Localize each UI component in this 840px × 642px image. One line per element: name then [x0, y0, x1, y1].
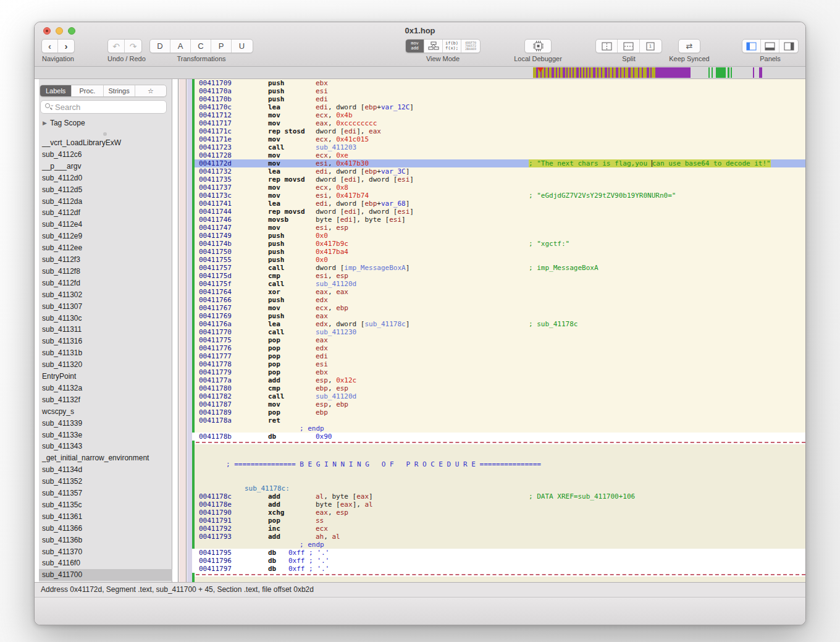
transform-u-button[interactable]: U — [232, 40, 252, 53]
disasm-row[interactable]: 00411709pushebx — [192, 79, 806, 87]
disasm-row[interactable]: 0041176aleaedx, dword [sub_41178c]; sub_… — [192, 320, 806, 328]
sidebar-item-sub_4112d0[interactable]: sub_4112d0 — [39, 172, 172, 184]
file-navigation-minimap[interactable] — [35, 67, 805, 79]
local-debugger-button[interactable] — [525, 40, 551, 53]
disasm-row[interactable]: ; endp — [192, 541, 806, 549]
disasm-row[interactable]: 00411750push0x417ba4 — [192, 248, 806, 256]
sidebar-item-sub_4112f3[interactable]: sub_4112f3 — [39, 254, 172, 266]
disasm-row[interactable]: 00411775popeax — [192, 336, 806, 344]
sidebar-item-EntryPoint[interactable]: EntryPoint — [39, 371, 172, 382]
sidebar-item-_get_initial_narrow_environment[interactable]: _get_initial_narrow_environment — [39, 452, 172, 464]
sidebar-item-sub_4112da[interactable]: sub_4112da — [39, 196, 172, 208]
disasm-row[interactable]: 00411712movecx, 0x4b — [192, 111, 806, 119]
disasm-row[interactable]: 00411777popedi — [192, 352, 806, 360]
disasm-row[interactable]: 00411797db0xff ; '.' — [192, 565, 806, 573]
search-input[interactable]: ⌄ Search — [40, 100, 167, 114]
sidebar-item-sub_41135c[interactable]: sub_41135c — [39, 499, 172, 511]
sidebar-item-sub_411302[interactable]: sub_411302 — [39, 289, 172, 301]
redo-button[interactable]: ↷ — [125, 40, 141, 53]
disasm-row[interactable]: 0041171crep stosddword [edi], eax — [192, 127, 806, 135]
nav-forward-button[interactable]: › — [58, 40, 74, 53]
disassembly-view[interactable]: 00411709pushebx0041170apushesi0041170bpu… — [192, 79, 806, 582]
disasm-row[interactable] — [192, 452, 806, 460]
panel-bottom-toggle[interactable] — [761, 40, 779, 53]
disasm-row[interactable]: 0041175fcallsub_41120d — [192, 280, 806, 288]
disasm-row[interactable]: 0041177aaddesp, 0x12c — [192, 376, 806, 384]
sidebar-item-sub_41131b[interactable]: sub_41131b — [39, 347, 172, 359]
disasm-row[interactable]: 00411766pushedx — [192, 296, 806, 304]
sidebar-scrollbar-gutter[interactable] — [173, 79, 178, 582]
sidebar-item-wcscpy_s[interactable]: wcscpy_s — [39, 406, 172, 418]
disasm-row[interactable]: 0041175dcmpesi, esp — [192, 272, 806, 280]
disasm-row[interactable] — [192, 476, 806, 484]
disasm-row[interactable]: ; =============== B E G I N N I N G O F … — [192, 460, 806, 468]
split-horizontal-button[interactable] — [618, 40, 639, 53]
disasm-row[interactable]: 00411789popebp — [192, 408, 806, 416]
sidebar-item-sub_41132a[interactable]: sub_41132a — [39, 382, 172, 394]
sidebar-item-sub_4112d5[interactable]: sub_4112d5 — [39, 184, 172, 196]
disasm-row[interactable] — [192, 444, 806, 452]
disasm-row[interactable]: 0041178aret — [192, 416, 806, 424]
panel-left-toggle[interactable] — [742, 40, 761, 53]
disasm-row[interactable]: 00411723callsub_411203 — [192, 143, 806, 151]
disasm-row[interactable]: 0041172dmovesi, 0x417b30; "The next char… — [192, 159, 806, 167]
view-mode-pseudocode-button[interactable]: if(b)f(x); — [443, 40, 461, 53]
sidebar-item-sub_411361[interactable]: sub_411361 — [39, 511, 172, 523]
disasm-row[interactable]: 00411779popebx — [192, 368, 806, 376]
disasm-row[interactable]: 0041178bdb0x90 — [192, 433, 806, 441]
sidebar-item-sub_411370[interactable]: sub_411370 — [39, 546, 172, 558]
disasm-row[interactable]: 00411780cmpebp, esp — [192, 384, 806, 392]
disasm-row[interactable]: 00411793addah, al — [192, 533, 806, 541]
disasm-row[interactable]: 00411732leaedi, dword [ebp+var_3C] — [192, 167, 806, 175]
transform-c-button[interactable]: C — [191, 40, 211, 53]
disasm-row[interactable]: 00411747movesi, esp — [192, 224, 806, 232]
sidebar-item-sub_4112c6[interactable]: sub_4112c6 — [39, 149, 172, 161]
tab-labels[interactable]: Labels — [40, 85, 72, 96]
disasm-row[interactable]: 00411778popesi — [192, 360, 806, 368]
sidebar-item-sub_411366[interactable]: sub_411366 — [39, 523, 172, 534]
sidebar-item-sub_411316[interactable]: sub_411316 — [39, 336, 172, 347]
sidebar-item-sub_4116f0[interactable]: sub_4116f0 — [39, 557, 172, 569]
disasm-row[interactable]: 00411757calldword [imp_MessageBoxA]; imp… — [192, 264, 806, 272]
sidebar-item-sub_4112e9[interactable]: sub_4112e9 — [39, 230, 172, 242]
disasm-row[interactable]: 00411792incecx — [192, 525, 806, 533]
disasm-row[interactable]: 00411741leaedi, dword [ebp+var_68] — [192, 200, 806, 208]
disasm-row[interactable]: ; endp — [192, 424, 806, 433]
disasm-row[interactable]: 0041174bpush0x417b9c; "xgctf:" — [192, 240, 806, 248]
sidebar-item-__vcrt_LoadLibraryExW[interactable]: __vcrt_LoadLibraryExW — [39, 137, 172, 149]
tab-procedures[interactable]: Proc. — [72, 85, 103, 96]
sidebar-item-sub_4112fd[interactable]: sub_4112fd — [39, 277, 172, 289]
sidebar-item-sub_411700[interactable]: sub_411700 — [39, 569, 172, 581]
sidebar-item-sub_4112e4[interactable]: sub_4112e4 — [39, 219, 172, 230]
disasm-row[interactable]: 0041170cleaedi, dword [ebp+var_12C] — [192, 103, 806, 111]
disasm-row[interactable]: 00411795db0xff ; '.' — [192, 549, 806, 557]
disasm-row[interactable]: 00411791popss — [192, 517, 806, 525]
disasm-row[interactable]: 00411749push0x0 — [192, 232, 806, 240]
undo-button[interactable]: ↶ — [108, 40, 125, 53]
disasm-row[interactable]: 00411790xchgeax, esp — [192, 509, 806, 517]
sidebar-item-sub_41132f[interactable]: sub_41132f — [39, 394, 172, 406]
transform-a-button[interactable]: A — [170, 40, 191, 53]
sidebar-item-sub_411357[interactable]: sub_411357 — [39, 488, 172, 499]
disasm-row[interactable]: 00411776popedx — [192, 344, 806, 352]
transform-p-button[interactable]: P — [211, 40, 232, 53]
disasm-row[interactable] — [192, 468, 806, 476]
split-single-button[interactable]: 1 — [640, 40, 662, 53]
panel-right-toggle[interactable] — [779, 40, 798, 53]
disasm-row[interactable]: 00411746movsbbyte [edi], byte [esi] — [192, 216, 806, 224]
sidebar-item-sub_411339[interactable]: sub_411339 — [39, 418, 172, 429]
disasm-row[interactable]: 0041170apushesi — [192, 87, 806, 95]
disasm-row[interactable]: 0041178eaddbyte [eax], al — [192, 501, 806, 509]
nav-back-button[interactable]: ‹ — [42, 40, 58, 53]
sidebar-item-sub_4112df[interactable]: sub_4112df — [39, 207, 172, 219]
disasm-row[interactable]: 00411767movecx, ebp — [192, 304, 806, 312]
sidebar-item-sub_411311[interactable]: sub_411311 — [39, 324, 172, 336]
view-mode-hex-button[interactable]: 486F707065722B4469 — [461, 40, 480, 53]
disasm-row[interactable]: 00411770callsub_411230 — [192, 328, 806, 336]
disasm-row[interactable]: 00411796db0xff ; '.' — [192, 557, 806, 565]
disasm-row[interactable]: 0041173cmovesi, 0x417b74; "eGdjdGZ7V2VsY… — [192, 192, 806, 200]
disasm-row[interactable]: 0041171emovecx, 0x41c015 — [192, 135, 806, 143]
disasm-row[interactable]: 00411755push0x0 — [192, 256, 806, 264]
disasm-row[interactable]: 00411787movesp, ebp — [192, 400, 806, 408]
view-mode-cfg-button[interactable] — [424, 40, 443, 53]
